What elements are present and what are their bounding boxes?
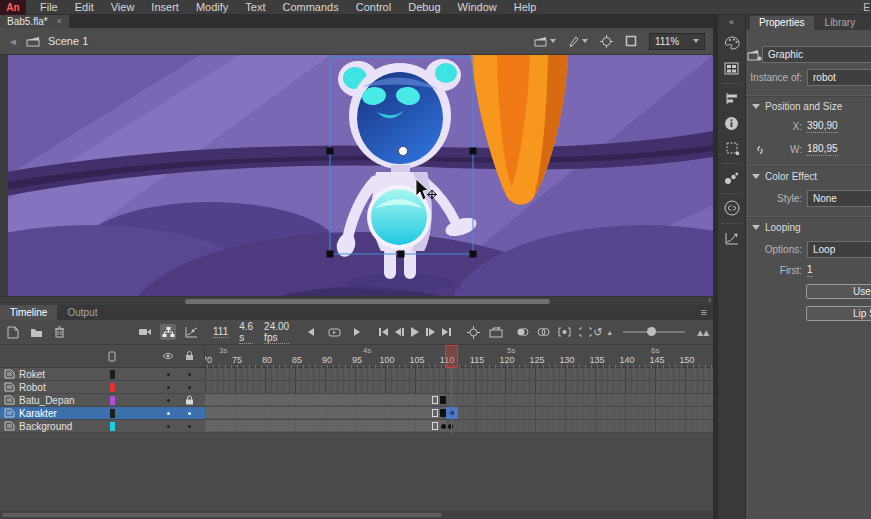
section-color-effect[interactable]: Color Effect — [746, 166, 871, 184]
menu-debug[interactable]: Debug — [408, 0, 440, 15]
zoom-out-frames-icon[interactable]: ▲ — [606, 329, 613, 336]
new-folder-button[interactable] — [28, 324, 44, 340]
menu-view[interactable]: View — [111, 0, 135, 15]
layer-row-background[interactable]: Background — [0, 420, 205, 433]
span-end-marker[interactable] — [432, 396, 438, 404]
menu-text[interactable]: Text — [245, 0, 265, 15]
scrollbar-thumb[interactable] — [185, 299, 550, 304]
modify-markers-button[interactable] — [577, 324, 593, 340]
loop-range-button[interactable] — [488, 324, 504, 340]
track-row-roket[interactable] — [205, 368, 713, 381]
transform-panel-icon[interactable] — [721, 137, 743, 159]
stage-horizontal-scrollbar[interactable]: › — [0, 296, 713, 305]
info-panel-icon[interactable] — [721, 112, 743, 134]
step-forward-button[interactable] — [349, 324, 365, 340]
brush-panel-icon[interactable] — [721, 167, 743, 189]
go-to-last-frame-button[interactable] — [442, 328, 451, 336]
step-back-button[interactable] — [303, 324, 319, 340]
timeline-zoom-slider[interactable] — [623, 331, 685, 333]
track-row-karakter[interactable] — [205, 407, 713, 420]
lip-syncing-button[interactable]: Lip S — [806, 306, 871, 321]
camera-column-icon[interactable] — [108, 351, 116, 362]
document-tab[interactable]: Bab5.fla* × — [0, 15, 69, 28]
workspace-button[interactable]: E — [863, 2, 871, 13]
current-frame-value[interactable]: 111 — [213, 326, 228, 338]
loop-playback-button[interactable] — [326, 324, 342, 340]
camera-button[interactable] — [137, 324, 153, 340]
menu-help[interactable]: Help — [514, 0, 537, 15]
layer-lock-icon[interactable] — [185, 395, 194, 405]
edit-symbols-button[interactable] — [568, 35, 588, 47]
slider-knob[interactable] — [647, 327, 656, 336]
section-looping[interactable]: Looping — [746, 217, 871, 235]
menu-window[interactable]: Window — [458, 0, 497, 15]
tab-close-icon[interactable]: × — [57, 15, 62, 28]
track-row-batu_depan[interactable] — [205, 394, 713, 407]
layer-visibility-dot[interactable] — [167, 373, 170, 376]
center-frame-button[interactable] — [465, 324, 481, 340]
frame-span[interactable] — [205, 394, 446, 405]
elapsed-time-value[interactable]: 4.6 s — [239, 321, 253, 344]
span-end-marker[interactable] — [432, 409, 438, 417]
layer-row-roket[interactable]: Roket — [0, 368, 205, 381]
tab-properties[interactable]: Properties — [750, 16, 814, 30]
layer-lock-dot[interactable] — [188, 386, 191, 389]
reset-timeline-zoom-button[interactable]: ↺ — [593, 324, 602, 340]
layer-visibility-dot[interactable] — [167, 412, 170, 415]
scrollbar-right-arrow-icon[interactable]: › — [708, 295, 711, 305]
new-layer-button[interactable] — [5, 324, 21, 340]
playhead-marker[interactable] — [445, 345, 458, 368]
symbol-type-select[interactable]: Graphic — [762, 46, 871, 63]
link-width-height-icon[interactable] — [754, 144, 766, 156]
scene-name[interactable]: Scene 1 — [48, 35, 88, 47]
instance-name-field[interactable]: robot — [807, 69, 871, 86]
menu-file[interactable]: File — [40, 0, 58, 15]
onion-skin-outlines-button[interactable] — [535, 324, 551, 340]
first-frame-value[interactable]: 1 — [807, 264, 813, 277]
use-frame-picker-button[interactable]: Use Fra — [806, 284, 871, 299]
edit-multiple-frames-button[interactable] — [556, 324, 572, 340]
layer-visibility-dot[interactable] — [167, 425, 170, 428]
layer-lock-dot[interactable] — [188, 412, 191, 415]
delete-layer-button[interactable] — [51, 324, 67, 340]
graph-editor-button[interactable] — [183, 324, 199, 340]
color-panel-icon[interactable] — [721, 32, 743, 54]
tab-output[interactable]: Output — [57, 305, 107, 320]
play-button[interactable] — [411, 327, 419, 337]
menu-insert[interactable]: Insert — [151, 0, 179, 15]
zoom-level-select[interactable]: 111% — [649, 33, 705, 50]
x-value[interactable]: 390,90 — [807, 120, 838, 133]
center-stage-button[interactable] — [600, 35, 613, 48]
tab-library[interactable]: Library — [816, 16, 865, 30]
align-panel-icon[interactable] — [721, 87, 743, 109]
selected-frame-cell[interactable] — [446, 407, 458, 419]
go-to-first-frame-button[interactable] — [379, 328, 388, 336]
layer-row-batu_depan[interactable]: Batu_Depan — [0, 394, 205, 407]
step-back-one-frame-button[interactable] — [395, 328, 404, 336]
frame-ruler[interactable]: 3s4s5s6s 7075808590951001051101151201251… — [205, 345, 713, 368]
menu-control[interactable]: Control — [356, 0, 391, 15]
frame-rate-value[interactable]: 24.00 fps — [264, 321, 289, 344]
clip-content-button[interactable] — [625, 35, 637, 47]
section-position-size[interactable]: Position and Size — [746, 96, 871, 114]
stage-canvas[interactable] — [0, 55, 713, 296]
layer-lock-dot[interactable] — [188, 425, 191, 428]
track-row-background[interactable] — [205, 420, 713, 433]
w-value[interactable]: 180,95 — [807, 143, 838, 156]
edit-scene-button[interactable] — [534, 36, 556, 47]
menu-commands[interactable]: Commands — [282, 0, 338, 15]
lock-column-icon[interactable] — [185, 350, 194, 361]
layer-row-karakter[interactable]: Karakter — [0, 407, 205, 420]
menu-modify[interactable]: Modify — [196, 0, 228, 15]
back-arrow-icon[interactable]: ◄ — [8, 36, 18, 47]
collapse-panels-icon[interactable]: « — [729, 17, 734, 29]
motion-editor-panel-icon[interactable] — [721, 227, 743, 249]
layer-visibility-dot[interactable] — [167, 399, 170, 402]
swatches-panel-icon[interactable] — [721, 57, 743, 79]
loop-options-select[interactable]: Loop — [807, 241, 871, 258]
layer-row-robot[interactable]: Robot — [0, 381, 205, 394]
timeline-horizontal-scrollbar[interactable] — [0, 511, 713, 519]
zoom-in-frames-icon[interactable]: ▲▲ — [695, 327, 707, 338]
style-select[interactable]: None — [807, 190, 871, 207]
span-end-marker[interactable] — [432, 422, 438, 430]
